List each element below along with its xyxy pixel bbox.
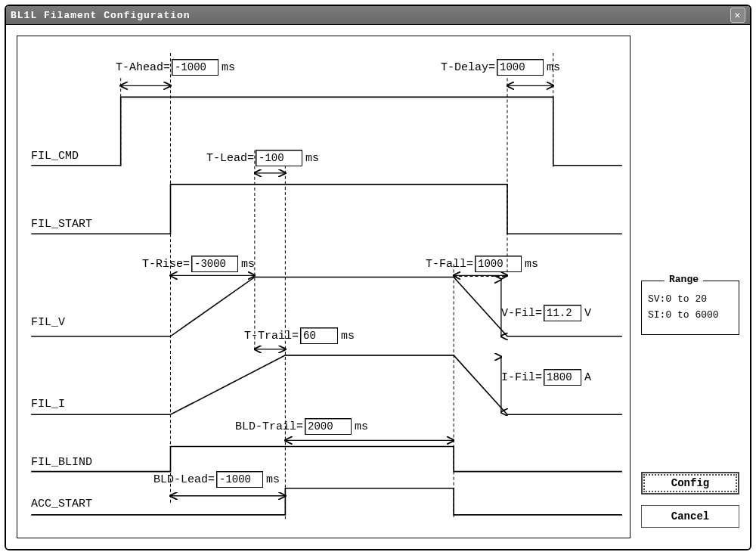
t-trail-unit: ms [341,330,358,343]
button-stack: Config Cancel [641,472,739,528]
field-t-fall: T-Fall= ms [426,256,541,272]
field-bld-trail: BLD-Trail= ms [235,418,371,435]
row-fil-v-label: FIL_V [31,316,65,329]
field-t-trail: T-Trail= ms [244,327,358,344]
range-legend: Range [665,274,703,285]
t-fall-label: T-Fall= [426,258,473,271]
range-si: SI:0 to 6000 [648,309,733,321]
range-box: Range SV:0 to 20 SI:0 to 6000 [641,281,739,335]
timing-diagram: FIL_CMD FIL_START FIL_V FIL_I FIL_BLIND … [17,36,631,538]
field-i-fil: I-Fil= A [501,369,601,386]
t-lead-label: T-Lead= [206,152,254,165]
t-lead-input[interactable] [256,150,302,166]
t-trail-label: T-Trail= [244,330,299,343]
range-sv: SV:0 to 20 [648,293,733,305]
t-ahead-input[interactable] [172,59,218,76]
window-frame: BL1L Filament Configuration ✕ FIL_CMD FI… [5,5,751,550]
t-ahead-label: T-Ahead= [116,61,170,74]
i-fil-label: I-Fil= [501,371,542,384]
bld-lead-input[interactable] [216,471,263,488]
field-t-lead: T-Lead= ms [206,150,322,166]
v-fil-unit: V [584,307,601,320]
field-t-delay: T-Delay= ms [441,59,563,76]
close-button[interactable]: ✕ [730,8,745,23]
t-ahead-unit: ms [222,61,238,74]
field-v-fil: V-Fil= V [501,305,601,321]
cancel-button[interactable]: Cancel [641,505,739,528]
field-t-ahead: T-Ahead= ms [116,59,238,76]
titlebar: BL1L Filament Configuration ✕ [6,6,750,25]
t-delay-label: T-Delay= [441,61,495,74]
v-fil-label: V-Fil= [501,307,542,320]
row-fil-cmd-label: FIL_CMD [31,150,79,163]
t-rise-input[interactable] [191,256,238,272]
bld-trail-input[interactable] [305,418,352,435]
field-bld-lead: BLD-Lead= ms [153,471,283,488]
t-fall-input[interactable] [475,256,522,272]
bld-trail-unit: ms [355,420,371,433]
row-fil-start-label: FIL_START [31,218,92,231]
v-fil-input[interactable] [544,305,581,321]
t-delay-input[interactable] [497,59,544,76]
row-fil-blind-label: FIL_BLIND [31,456,92,469]
t-lead-unit: ms [305,152,322,165]
t-trail-input[interactable] [300,327,338,344]
bld-lead-label: BLD-Lead= [153,473,215,486]
row-fil-i-label: FIL_I [31,398,65,411]
i-fil-unit: A [584,371,601,384]
bld-lead-unit: ms [266,473,283,486]
t-rise-unit: ms [241,258,258,271]
row-acc-start-label: ACC_START [31,498,92,510]
t-rise-label: T-Rise= [142,258,190,271]
t-fall-unit: ms [525,258,541,271]
client-area: FIL_CMD FIL_START FIL_V FIL_I FIL_BLIND … [6,25,750,549]
timing-svg [17,36,630,538]
t-delay-unit: ms [547,61,563,74]
bld-trail-label: BLD-Trail= [235,420,303,433]
window-title: BL1L Filament Configuration [11,10,191,21]
side-panel: Range SV:0 to 20 SI:0 to 6000 Config Can… [641,36,739,538]
config-button[interactable]: Config [641,472,739,495]
i-fil-input[interactable] [544,369,581,386]
field-t-rise: T-Rise= ms [142,256,258,272]
close-icon: ✕ [735,9,742,21]
